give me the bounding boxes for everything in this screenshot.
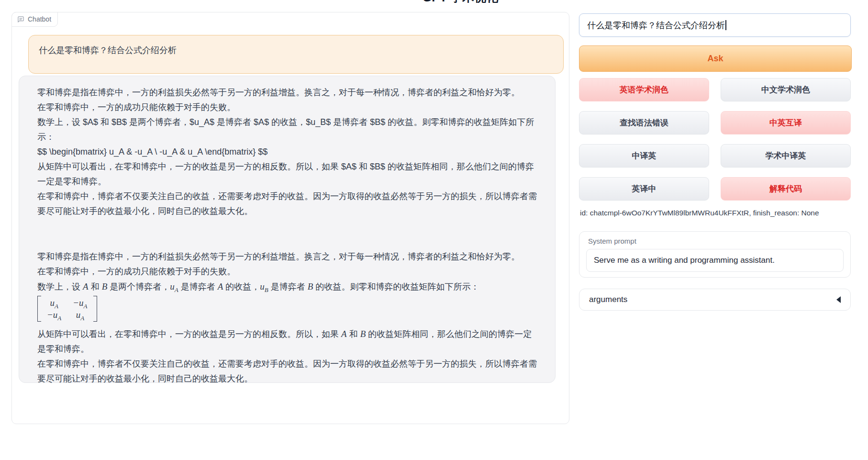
fn-button-english-academic-polish[interactable]: 英语学术润色 — [579, 78, 709, 101]
fn-button-academic-zh-to-en[interactable]: 学术中译英 — [721, 144, 851, 168]
chatbot-label-text: Chatbot — [28, 15, 51, 23]
fn-button-explain-code[interactable]: 解释代码 — [721, 177, 851, 201]
system-prompt-label: System prompt — [588, 237, 636, 245]
collapse-triangle-icon — [836, 296, 841, 303]
arguments-accordion-label: arguments — [589, 295, 627, 304]
chatbot-label: Chatbot — [11, 12, 58, 27]
user-message-bubble: 什么是零和博弈？结合公式介绍分析 — [28, 35, 564, 74]
fn-button-chinese-academic-polish[interactable]: 中文学术润色 — [721, 78, 851, 101]
app-title-clipped: GPT 学术优化 — [383, 0, 538, 3]
function-button-grid: 英语学术润色 中文学术润色 查找语法错误 中英互译 中译英 学术中译英 英译中 … — [579, 78, 851, 201]
fn-button-zh-en-mutual-translate[interactable]: 中英互译 — [721, 111, 851, 135]
arguments-accordion[interactable]: arguments — [579, 289, 851, 311]
system-prompt-input[interactable]: Serve me as a writing and programming as… — [586, 249, 844, 272]
text-cursor — [725, 20, 726, 30]
ask-button[interactable]: Ask — [579, 45, 852, 72]
fn-button-zh-to-en[interactable]: 中译英 — [579, 144, 709, 168]
bot-message-rendered-latex: 零和博弈是指在博弈中，一方的利益损失必然等于另一方的利益增益。换言之，对于每一种… — [37, 249, 537, 386]
fn-button-find-grammar-errors[interactable]: 查找语法错误 — [579, 111, 709, 135]
bot-message-raw-markdown: 零和博弈是指在博弈中，一方的利益损失必然等于另一方的利益增益。换言之，对于每一种… — [37, 85, 537, 219]
ask-button-label: Ask — [707, 54, 723, 64]
chatbot-panel: Chatbot 什么是零和博弈？结合公式介绍分析 零和博弈是指在博弈中，一方的利… — [11, 12, 569, 424]
chat-bubble-icon — [17, 16, 24, 23]
user-message-text: 什么是零和博弈？结合公式介绍分析 — [39, 43, 553, 58]
system-prompt-value: Serve me as a writing and programming as… — [594, 256, 775, 265]
question-input-value: 什么是零和博弈？结合公式介绍分析 — [587, 20, 725, 31]
question-input[interactable]: 什么是零和博弈？结合公式介绍分析 — [579, 13, 851, 37]
system-prompt-group: System prompt Serve me as a writing and … — [579, 231, 851, 278]
response-status-text: id: chatcmpl-6wOo7KrYTwMl89lbrMWRu4UkFFX… — [580, 209, 819, 217]
app-title: GPT 学术优化 — [383, 0, 538, 3]
fn-button-en-to-zh[interactable]: 英译中 — [579, 177, 709, 201]
bot-message-bubble: 零和博弈是指在博弈中，一方的利益损失必然等于另一方的利益增益。换言之，对于每一种… — [19, 76, 556, 383]
